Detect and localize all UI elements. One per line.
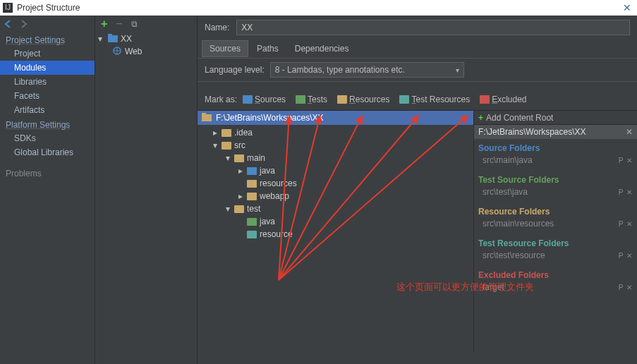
tree-label: resources [260,178,297,188]
module-row-root[interactable]: ▾ XX [95,32,197,45]
content-root-header[interactable]: F:\JetBrains\Workspaces\XX [198,111,473,125]
add-module-icon[interactable]: + [101,18,107,30]
mark-swatch-icon [337,95,347,104]
folder-section-title: Source Folders [478,140,633,154]
folder-entry[interactable]: src\main\resourcesP ✕ [478,218,633,233]
name-input[interactable]: XX [236,20,630,35]
editor-pane: Name: XX Sources Paths Dependencies Lang… [198,16,637,364]
tabs-row: Sources Paths Dependencies [198,40,637,58]
titlebar: IJ Project Structure ✕ [0,0,637,16]
module-child-label: Web [125,47,142,56]
tree-row[interactable]: ▾src [198,139,473,152]
add-content-root-label: Add Content Root [486,113,553,123]
modules-toolbar: + − ⧉ [95,16,197,32]
mark-swatch-icon [243,95,253,104]
folder-entry[interactable]: src\test\resourceP ✕ [478,250,633,265]
caret-right-icon[interactable]: ▸ [212,128,219,138]
folder-entry[interactable]: src\main\javaP ✕ [478,154,633,169]
mark-swatch-icon [399,95,409,104]
caret-down-icon[interactable]: ▾ [212,140,219,150]
tree-label: test [247,204,260,214]
mark-tests[interactable]: Tests [294,95,329,104]
tree-row[interactable]: resource [198,228,473,241]
folder-icon [247,167,257,175]
name-label: Name: [205,23,229,32]
copy-module-icon[interactable]: ⧉ [131,19,138,29]
mark-label: Sources [255,95,286,104]
folder-section-title: Test Resource Folders [478,236,633,250]
mark-test-resources[interactable]: Test Resources [398,95,471,104]
caret-down-icon[interactable]: ▾ [224,153,231,163]
nav-history-toolbar [0,16,95,32]
language-level-dropdown[interactable]: 8 - Lambdas, type annotations etc. ▾ [270,62,464,78]
remove-module-icon[interactable]: − [116,18,122,30]
mark-excluded[interactable]: Excluded [478,95,528,104]
tree-row[interactable]: ▸java [198,164,473,177]
mark-resources[interactable]: Resources [336,95,391,104]
close-icon[interactable]: ✕ [620,1,634,15]
mark-sources[interactable]: Sources [241,95,287,104]
tree-label: .idea [234,128,253,138]
folder-section: Test Resource Folderssrc\test\resourceP … [474,234,637,266]
mark-swatch-icon [480,95,490,104]
module-row-web[interactable]: Web [95,45,197,58]
svg-rect-1 [108,34,112,37]
mark-as-row: Mark as: SourcesTestsResourcesTest Resou… [198,89,637,110]
folder-icon [247,180,257,188]
folder-entry[interactable]: src\test\javaP ✕ [478,186,633,201]
nav-item-modules[interactable]: Modules [0,61,95,75]
left-sidebar: Project Settings Project Modules Librari… [0,16,95,364]
folder-icon [247,218,257,226]
caret-right-icon[interactable]: ▸ [237,191,244,201]
nav-heading-platform-settings: Platform Settings [0,117,95,131]
nav-item-global-libraries[interactable]: Global Libraries [0,145,95,159]
tab-dependencies[interactable]: Dependencies [287,40,357,57]
language-level-label: Language level: [205,65,265,75]
folder-entry-actions[interactable]: P ✕ [619,284,633,291]
tab-paths[interactable]: Paths [249,40,286,57]
tree-row[interactable]: ▸.idea [198,126,473,139]
folder-icon [222,129,231,137]
tree-row[interactable]: java [198,215,473,228]
tree-row[interactable]: ▸webapp [198,190,473,202]
tree-row[interactable]: ▾test [198,202,473,215]
nav-forward-icon[interactable] [20,20,28,28]
folder-icon [247,193,257,200]
folder-entry-path: src\test\resource [483,250,545,260]
folder-entry-actions[interactable]: P ✕ [619,252,633,260]
add-content-root-button[interactable]: + Add Content Root [474,111,637,125]
nav-item-facets[interactable]: Facets [0,89,95,103]
plus-icon: + [478,113,483,123]
language-level-value: 8 - Lambdas, type annotations etc. [275,65,405,75]
nav-back-icon[interactable] [4,20,13,28]
content-roots-panel: + Add Content Root F:\JetBrains\Workspac… [473,110,637,351]
remove-root-icon[interactable]: ✕ [626,127,633,137]
nav-item-project[interactable]: Project [0,47,95,61]
nav-item-sdks[interactable]: SDKs [0,131,95,145]
folder-icon [234,154,244,162]
content-root-item[interactable]: F:\JetBrains\Workspaces\XX ✕ [474,125,637,139]
caret-down-icon[interactable]: ▾ [98,34,105,44]
nav-item-libraries[interactable]: Libraries [0,75,95,89]
folder-entry-path: src\main\resources [483,219,554,229]
tree-row[interactable]: resources [198,177,473,190]
nav-item-artifacts[interactable]: Artifacts [0,103,95,117]
folder-entry-actions[interactable]: P ✕ [619,220,633,228]
web-facet-icon [112,47,122,57]
folder-entry-actions[interactable]: P ✕ [619,157,633,164]
caret-right-icon[interactable]: ▸ [237,166,244,176]
folder-entry-actions[interactable]: P ✕ [619,188,633,196]
folder-section: Resource Folderssrc\main\resourcesP ✕ [474,202,637,234]
folder-section: Source Folderssrc\main\javaP ✕ [474,139,637,171]
tab-sources[interactable]: Sources [202,40,248,57]
nav-item-problems[interactable]: Problems [0,166,95,181]
content-split: F:\JetBrains\Workspaces\XX ▸.idea▾src▾ma… [198,110,637,351]
caret-down-icon[interactable]: ▾ [224,204,231,214]
name-row: Name: XX [198,16,637,40]
folder-icon [202,113,212,123]
folder-icon [234,205,244,213]
tree-row[interactable]: ▾main [198,152,473,164]
folder-section-title: Resource Folders [478,204,633,218]
tree-label: main [247,153,265,163]
tree-label: java [260,166,275,176]
